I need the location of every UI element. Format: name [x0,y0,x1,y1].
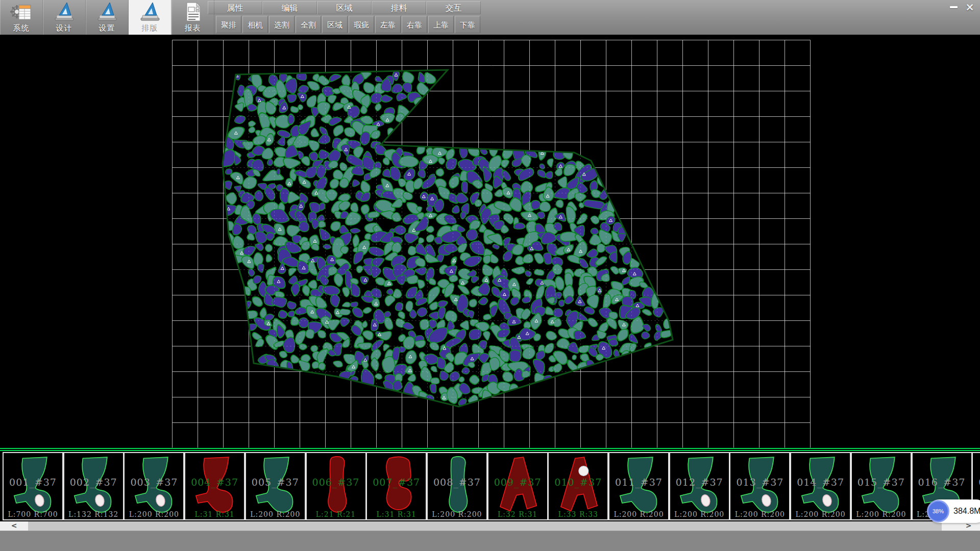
settings-icon [96,2,118,22]
memory-badge[interactable]: 38% 384.8M [927,499,980,523]
system-icon [10,2,33,23]
tool-button[interactable]: 左靠 [375,16,401,33]
piece-lr-count: L:32 R:31 [488,510,547,518]
piece-label: 003_#37 [125,477,183,488]
tool-button[interactable]: 区域 [322,16,348,33]
tool-bar: 聚排相机选割全割区域瑕疵左靠右靠上靠下靠 [216,16,480,33]
piece-lr-count: L:200 R:200 [609,510,668,518]
tool-button[interactable]: 选割 [269,16,295,33]
piece-label: 017_#37 [973,477,980,488]
piece-lr-count: L:200 R:200 [125,510,183,518]
design-icon [54,2,75,22]
piece-thumbnail[interactable]: 012_#37 L:200 R:200 [669,452,730,520]
piece-lr-count: L:200 R:200 [246,510,305,518]
menu-item[interactable]: 区域 [317,1,372,14]
menu-item[interactable]: 排料 [372,1,426,14]
menu-item[interactable]: 编辑 [262,1,317,14]
menu-item[interactable]: 属性 [208,1,262,14]
piece-thumbnail[interactable]: 008_#37 L:200 R:200 [427,452,487,520]
memory-label: 384.8M [953,507,980,516]
piece-label: 011_#37 [609,477,668,488]
system-label: 系统 [0,23,42,33]
minimize-button[interactable] [946,1,961,13]
piece-lr-count: L:200 R:200 [730,510,789,518]
piece-label: 005_#37 [246,477,305,488]
green-separator-line [0,450,980,451]
piece-label: 014_#37 [791,477,850,488]
piece-label: 007_#37 [367,477,426,488]
app-button-3[interactable]: 设置 [86,0,129,35]
piece-thumbnail[interactable]: 013_#37 L:200 R:200 [729,452,790,520]
window-controls: × [946,1,977,13]
piece-thumbnail[interactable]: 006_#37 L:21 R:21 [306,452,366,520]
tool-button[interactable]: 瑕疵 [349,16,374,33]
tool-button[interactable]: 聚排 [216,16,241,33]
piece-label: 006_#37 [307,477,365,488]
piece-thumbnail[interactable]: 010_#37 L:33 R:33 [548,452,608,520]
piece-lr-count: L:200 R:200 [428,510,486,518]
piece-lr-count: L:31 R:31 [185,510,244,518]
piece-label: 004_#37 [185,477,244,488]
scroll-left-button[interactable]: < [0,521,28,531]
tool-button[interactable]: 下靠 [455,16,480,33]
report-icon [182,2,204,22]
scrollbar-thumb[interactable] [28,521,942,531]
piece-label: 012_#37 [670,477,729,488]
close-button[interactable]: × [963,1,977,13]
piece-thumbnail[interactable]: 005_#37 L:200 R:200 [245,452,306,520]
piece-thumbnail[interactable]: 015_#37 L:200 R:200 [851,452,912,520]
nesting-workspace-canvas[interactable] [0,35,980,448]
piece-label: 002_#37 [64,477,123,488]
piece-thumbnail[interactable]: 014_#37 L:200 R:200 [790,452,851,520]
piece-thumbnail-strip: 001_#37 L:700 R:700 002_#37 L:132 R:132 … [0,448,980,521]
tool-button[interactable]: 相机 [242,16,268,33]
progress-percent: 38% [933,508,944,514]
tool-button[interactable]: 上靠 [428,16,454,33]
piece-lr-count: L:200 R:200 [670,510,729,518]
piece-label: 016_#37 [913,477,971,488]
piece-thumbnail[interactable]: 011_#37 L:200 R:200 [608,452,669,520]
status-bar [0,531,980,551]
report-label: 报表 [172,23,214,33]
ribbon-toolbar: 系统 设计 设置 排版 报表 属性编辑区域排料交互 聚排相机选割全割区域瑕疵左靠… [0,0,980,35]
piece-label: 013_#37 [730,477,789,488]
piece-thumbnail[interactable]: 007_#37 L:31 R:31 [366,452,427,520]
piece-label: 001_#37 [4,477,62,488]
piece-lr-count: L:21 R:21 [307,510,365,518]
nesting-icon [139,2,161,22]
piece-thumbnail[interactable]: 004_#37 L:31 R:31 [184,452,245,520]
piece-thumbnail[interactable]: 001_#37 L:700 R:700 [3,452,63,520]
piece-lr-count: L:700 R:700 [4,510,62,518]
settings-label: 设置 [86,23,128,33]
piece-thumbnail[interactable]: 002_#37 L:132 R:132 [63,452,124,520]
menu-item[interactable]: 交互 [426,1,481,14]
green-separator-line [0,448,980,449]
piece-label: 009_#37 [488,477,547,488]
piece-label: 010_#37 [549,477,607,488]
menu-bar: 属性编辑区域排料交互 [208,1,481,14]
design-label: 设计 [43,23,85,33]
close-icon: × [965,2,974,12]
piece-label: 008_#37 [428,477,486,488]
app-button-2[interactable]: 设计 [43,0,86,35]
thumbnail-scrollbar[interactable]: < > [0,521,980,531]
tool-button[interactable]: 右靠 [402,16,427,33]
piece-lr-count: L:132 R:132 [64,510,123,518]
minimize-icon [950,6,958,8]
progress-circle-icon: 38% [927,500,949,522]
nesting-label: 排版 [129,23,171,33]
piece-thumbnail[interactable]: 009_#37 L:32 R:31 [487,452,548,520]
app-button-1[interactable]: 系统 [0,0,43,35]
piece-label: 015_#37 [852,477,911,488]
tool-button[interactable]: 全割 [296,16,321,33]
piece-lr-count: L:200 R:200 [791,510,850,518]
app-button-4[interactable]: 排版 [129,0,172,35]
piece-thumbnail[interactable]: 003_#37 L:200 R:200 [124,452,184,520]
piece-lr-count: L:200 R:200 [852,510,911,518]
piece-lr-count: L:31 R:31 [367,510,426,518]
app-mode-buttons: 系统 设计 设置 排版 报表 [0,0,214,35]
piece-lr-count: L:33 R:33 [549,510,607,518]
